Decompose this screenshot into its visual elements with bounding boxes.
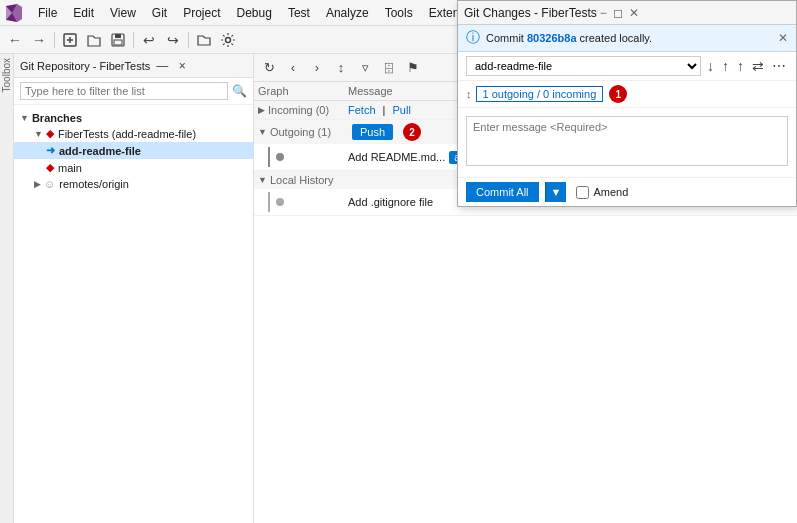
history-prev-btn[interactable]: ‹	[282, 57, 304, 79]
history-filter-btn[interactable]: ▿	[354, 57, 376, 79]
menu-debug[interactable]: Debug	[229, 4, 280, 22]
branches-chevron: ▼	[20, 113, 29, 123]
amend-checkbox[interactable]	[576, 186, 589, 199]
incoming-chevron: ▶	[258, 105, 265, 115]
gc-branch-bar: add-readme-file ↓ ↑ ↑ ⇄ ⋯	[458, 52, 796, 81]
remotes-item[interactable]: ▶ ☺ remotes/origin	[14, 176, 253, 192]
gc-sync-bar: ↕ 1 outgoing / 0 incoming 1	[458, 81, 796, 108]
svg-rect-7	[115, 34, 121, 38]
menu-file[interactable]: File	[30, 4, 65, 22]
main-branch-item[interactable]: ◆ main	[14, 159, 253, 176]
gc-pin-btn[interactable]: −	[597, 6, 610, 20]
remote-icon: ☺	[44, 178, 55, 190]
commit-link[interactable]: 80326b8a	[527, 32, 577, 44]
active-branch-icon: ➜	[46, 144, 55, 157]
history-tag-btn[interactable]: ⚑	[402, 57, 424, 79]
panel-title: Git Repository - FiberTests	[20, 60, 150, 72]
fetch-link[interactable]: Fetch	[348, 104, 376, 116]
svg-point-9	[226, 37, 231, 42]
commit-all-dropdown-btn[interactable]: ▼	[545, 182, 567, 202]
git-changes-title: Git Changes - FiberTests	[464, 6, 597, 20]
history-sync-btn[interactable]: ↕	[330, 57, 352, 79]
toolbar-back-btn[interactable]: ←	[4, 29, 26, 51]
toolbar-undo-btn[interactable]: ↩	[138, 29, 160, 51]
fibertests-branch-label: FiberTests (add-readme-file)	[58, 128, 196, 140]
panel-pin-btn[interactable]: —	[154, 58, 170, 74]
menu-analyze[interactable]: Analyze	[318, 4, 377, 22]
gc-pull-btn[interactable]: ↑	[720, 56, 731, 76]
branch-select[interactable]: add-readme-file	[466, 56, 701, 76]
sync-badge: 1	[609, 85, 627, 103]
remotes-chevron: ▶	[34, 179, 41, 189]
git-changes-panel: Git Changes - FiberTests − ◻ ✕ ⓘ Commit …	[457, 0, 797, 207]
sync-arrows-icon: ↕	[466, 88, 472, 100]
toolbar-sep-1	[54, 32, 55, 48]
gc-close-btn[interactable]: ✕	[626, 6, 642, 20]
app-logo	[4, 3, 24, 23]
branches-label: Branches	[32, 112, 82, 124]
fibertests-branch-icon: ◆	[46, 127, 54, 140]
branches-search: 🔍	[14, 78, 253, 105]
branches-filter-input[interactable]	[20, 82, 228, 100]
local-commit-text: Add .gitignore file	[348, 196, 433, 208]
commit-all-button[interactable]: Commit All	[466, 182, 539, 202]
toolbar-save-btn[interactable]	[107, 29, 129, 51]
outgoing-label: Outgoing (1)	[270, 126, 331, 138]
outgoing-graph: ▼ Outgoing (1)	[258, 126, 348, 138]
menu-edit[interactable]: Edit	[65, 4, 102, 22]
gc-info-bar: ⓘ Commit 80326b8a created locally. ✕	[458, 25, 796, 52]
branches-section: ▼ Branches ▼ ◆ FiberTests (add-readme-fi…	[14, 109, 253, 194]
gc-push-btn[interactable]: ↑	[735, 56, 746, 76]
local-history-chevron: ▼	[258, 175, 267, 185]
fibertests-chevron: ▼	[34, 129, 43, 139]
fibertests-branch-item[interactable]: ▼ ◆ FiberTests (add-readme-file)	[14, 125, 253, 142]
history-next-btn[interactable]: ›	[306, 57, 328, 79]
menu-view[interactable]: View	[102, 4, 144, 22]
history-refresh-btn[interactable]: ↻	[258, 57, 280, 79]
toolbar-settings-btn[interactable]	[217, 29, 239, 51]
outgoing-commit-graph	[258, 147, 348, 167]
amend-area: Amend	[576, 186, 628, 199]
branches-section-label[interactable]: ▼ Branches	[14, 111, 253, 125]
info-close-btn[interactable]: ✕	[778, 31, 788, 45]
toolbar-folder-btn[interactable]	[193, 29, 215, 51]
menu-tools[interactable]: Tools	[377, 4, 421, 22]
remotes-label: remotes/origin	[59, 178, 129, 190]
toolbar-redo-btn[interactable]: ↪	[162, 29, 184, 51]
outgoing-chevron: ▼	[258, 127, 267, 137]
graph-col-header: Graph	[254, 84, 344, 98]
toolbox: Toolbox	[0, 54, 14, 523]
info-icon: ⓘ	[466, 29, 480, 47]
push-button[interactable]: Push	[352, 124, 393, 140]
branches-search-icon: 🔍	[232, 84, 247, 98]
local-history-graph: ▼ Local History	[258, 174, 348, 186]
menu-test[interactable]: Test	[280, 4, 318, 22]
history-branch-btn[interactable]: ⌹	[378, 57, 400, 79]
gc-more-btn[interactable]: ⋯	[770, 56, 788, 76]
toolbar-open-btn[interactable]	[83, 29, 105, 51]
toolbar-new-project-btn[interactable]	[59, 29, 81, 51]
gc-minimize-btn[interactable]: ◻	[610, 6, 626, 20]
gc-action-bar: Commit All ▼ Amend	[458, 178, 796, 206]
incoming-label: Incoming (0)	[268, 104, 329, 116]
sync-link[interactable]: 1 outgoing / 0 incoming	[476, 86, 604, 102]
incoming-graph: ▶ Incoming (0)	[258, 104, 348, 116]
panel-header: Git Repository - FiberTests — ×	[14, 54, 253, 78]
pull-link[interactable]: Pull	[393, 104, 411, 116]
amend-label[interactable]: Amend	[593, 186, 628, 198]
svg-rect-8	[114, 40, 122, 45]
active-branch-item[interactable]: ➜ add-readme-file	[14, 142, 253, 159]
active-branch-label: add-readme-file	[59, 145, 141, 157]
toolbar-forward-btn[interactable]: →	[28, 29, 50, 51]
toolbar-sep-3	[188, 32, 189, 48]
toolbox-label: Toolbox	[1, 54, 12, 96]
commit-message-input[interactable]	[466, 116, 788, 166]
menu-git[interactable]: Git	[144, 4, 175, 22]
git-changes-header: Git Changes - FiberTests − ◻ ✕	[458, 1, 796, 25]
menu-project[interactable]: Project	[175, 4, 228, 22]
main-branch-icon: ◆	[46, 161, 54, 174]
panel-close-btn[interactable]: ×	[174, 58, 190, 74]
gc-sync-btn[interactable]: ⇄	[750, 56, 766, 76]
toolbar-sep-2	[133, 32, 134, 48]
gc-fetch-btn[interactable]: ↓	[705, 56, 716, 76]
